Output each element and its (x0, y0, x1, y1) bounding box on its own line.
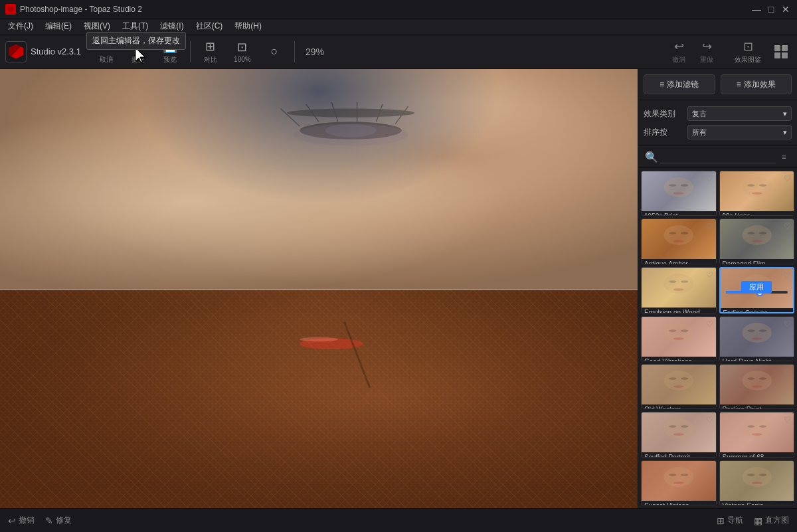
studio-version: Studio v2.3.1 (31, 46, 81, 56)
preset-item-scuffed-portrait[interactable]: ♡Scuffed Portrait (641, 412, 717, 457)
preset-item-old-western[interactable]: ♡Old Western (641, 364, 717, 409)
search-bar: 🔍 ≡ (638, 146, 797, 168)
compare-button[interactable]: ⊞ 对比 (196, 37, 225, 66)
preset-heart-icon[interactable]: ♡ (706, 464, 713, 473)
maximize-button[interactable]: □ (765, 3, 777, 15)
close-button[interactable]: ✕ (780, 3, 792, 15)
fix-button[interactable]: ✎ 修复 (45, 515, 72, 526)
circle-button[interactable]: ○ (260, 37, 289, 66)
cancel-button[interactable]: ✕ 取消 (92, 37, 121, 66)
histogram-button[interactable]: ▦ 直方图 (754, 515, 789, 526)
sort-value: 所有 (692, 128, 707, 137)
preset-heart-icon[interactable]: ♡ (784, 222, 791, 231)
sort-chevron-icon: ▾ (783, 128, 787, 137)
minimize-button[interactable]: — (751, 3, 762, 15)
menu-tools[interactable]: 工具(T) (117, 19, 153, 34)
preset-heart-icon[interactable]: ♡ (706, 270, 713, 280)
preset-name-scuffed-portrait: Scuffed Portrait (642, 452, 716, 457)
fit-button[interactable]: ⊡ 100% (228, 37, 257, 66)
add-effect-button[interactable]: ≡ 添加效果 (721, 74, 792, 94)
preset-heart-icon[interactable]: ♡ (706, 174, 713, 183)
svg-point-76 (759, 426, 766, 428)
svg-point-8 (325, 124, 377, 137)
logo-shield-icon (9, 44, 23, 59)
confirm-label: 提交 (132, 55, 145, 64)
confirm-button[interactable]: ✓ 提交 (124, 37, 153, 66)
preset-thumb-hard-days-night: ♡ (720, 317, 794, 357)
portrait-original (0, 69, 638, 289)
preset-name-vintage-sepia: Vintage Sepia (720, 501, 794, 505)
preset-heart-icon[interactable]: ♡ (784, 174, 791, 183)
preset-thumb-fading-canvas: 应用♡ (721, 268, 794, 308)
add-filter-button[interactable]: ≡ 添加滤镜 (644, 74, 715, 94)
save-button[interactable]: 💾 预览 (155, 37, 185, 66)
preset-name-peeling-paint: Peeling Paint (720, 404, 794, 409)
preset-thumb-80s-haze: ♡ (720, 171, 794, 211)
preset-item-fading-canvas[interactable]: 应用♡Fading Canvas (719, 267, 795, 313)
preset-heart-icon[interactable]: ♡ (783, 271, 790, 280)
svg-point-56 (681, 329, 688, 332)
preset-item-damaged-film[interactable]: ♡Damaged Flim (719, 219, 795, 264)
preset-heart-icon[interactable]: ♡ (784, 464, 791, 473)
preset-item-1950s-print[interactable]: ♡1950s Print (641, 171, 717, 216)
filter-list-icon: ≡ (660, 80, 664, 89)
svg-point-39 (669, 232, 676, 234)
cancel-icon: ✕ (101, 39, 111, 54)
preset-item-summer-of-68[interactable]: ♡Summer of 68 (719, 412, 795, 457)
preset-heart-icon[interactable]: ♡ (784, 367, 791, 377)
svg-point-41 (673, 240, 684, 242)
add-filter-label: 添加滤镜 (667, 79, 699, 90)
svg-line-13 (376, 104, 383, 122)
menu-edit[interactable]: 编辑(E) (40, 19, 77, 34)
menu-view[interactable]: 视图(V) (78, 19, 116, 34)
sort-dropdown[interactable]: 所有 ▾ (687, 125, 792, 139)
save-icon: 💾 (163, 39, 177, 54)
svg-point-85 (751, 482, 762, 484)
preset-item-good-vibrations[interactable]: ♡Good Vibrations (641, 316, 717, 361)
menu-community[interactable]: 社区(C) (191, 19, 228, 34)
redo-button[interactable]: ↪ 重做 (693, 37, 720, 66)
preset-heart-icon[interactable]: ♡ (706, 415, 713, 424)
svg-rect-20 (0, 289, 638, 509)
search-icon[interactable]: 🔍 (644, 149, 660, 165)
category-value: 复古 (692, 109, 707, 119)
svg-marker-0 (7, 6, 14, 13)
preset-item-emulsion-on-wood[interactable]: ♡Emulsion on Wood (641, 267, 717, 313)
svg-point-60 (759, 329, 766, 332)
preset-item-sunset-vintage[interactable]: ♡Sunset Vintage (641, 460, 717, 505)
split-line (0, 289, 638, 290)
undo-history-button[interactable]: ↩ 撤销 (8, 515, 35, 526)
preset-heart-icon[interactable]: ♡ (706, 367, 713, 377)
undo-icon: ↩ (674, 39, 684, 54)
undo-button[interactable]: ↩ 撤消 (665, 37, 692, 66)
svg-point-44 (759, 232, 766, 234)
svg-point-33 (673, 192, 684, 195)
preset-heart-icon[interactable]: ♡ (706, 319, 713, 329)
guide-button[interactable]: ⊞ 导航 (717, 515, 743, 526)
menu-filter[interactable]: 滤镜(I) (155, 19, 189, 34)
svg-point-32 (681, 184, 688, 187)
preset-thumb-vintage-sepia: ♡ (720, 461, 794, 501)
panel-header: ≡ 添加滤镜 ≡ 添加效果 (638, 69, 797, 100)
category-dropdown[interactable]: 复古 ▾ (687, 106, 792, 121)
effect-library-button[interactable]: ⊡ 效果图鉴 (728, 37, 768, 66)
menu-help[interactable]: 帮助(H) (229, 19, 267, 34)
preset-item-80s-haze[interactable]: ♡80s Haze (719, 171, 795, 216)
effect-list-icon: ≡ (737, 80, 741, 89)
preset-item-hard-days-night[interactable]: ♡Hard Days Night (719, 316, 795, 361)
preset-heart-icon[interactable]: ♡ (706, 222, 713, 231)
svg-point-59 (747, 329, 754, 332)
svg-point-77 (751, 434, 762, 436)
preset-item-antique-amber[interactable]: ♡Antique Amber (641, 219, 717, 264)
histogram-label: 直方图 (765, 515, 789, 526)
filter-list-toggle[interactable]: ≡ (776, 149, 792, 165)
preset-thumb-scuffed-portrait: ♡ (642, 412, 716, 452)
preset-item-vintage-sepia[interactable]: ♡Vintage Sepia (719, 460, 795, 505)
grid-view-button[interactable] (770, 41, 792, 62)
menu-file[interactable]: 文件(J) (3, 19, 39, 34)
fix-icon: ✎ (45, 515, 53, 526)
preset-heart-icon[interactable]: ♡ (784, 415, 791, 424)
preset-heart-icon[interactable]: ♡ (784, 319, 791, 329)
apply-button[interactable]: 应用 (741, 281, 772, 294)
preset-item-peeling-paint[interactable]: ♡Peeling Paint (719, 364, 795, 409)
